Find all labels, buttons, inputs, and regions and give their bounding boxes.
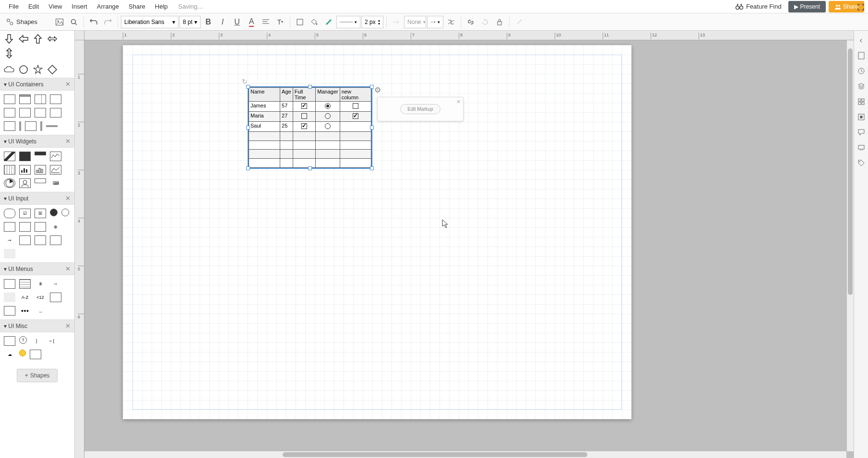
misc-shape[interactable]: } — [31, 336, 42, 346]
cell-newcol[interactable] — [340, 121, 371, 131]
bold-button[interactable]: B — [202, 15, 215, 29]
container-shape[interactable] — [19, 121, 21, 131]
misc-shape[interactable]: = { — [46, 336, 58, 346]
col-name[interactable]: Name — [249, 88, 280, 102]
menu-arrange[interactable]: Arrange — [92, 1, 124, 12]
section-ui-input[interactable]: ▾ UI Input ✕ — [0, 192, 74, 205]
present-button[interactable]: ▶ Present — [788, 1, 826, 12]
chevron-left-icon[interactable]: ‹ — [856, 35, 866, 45]
resize-handle[interactable] — [246, 126, 250, 129]
table-shape[interactable]: ↻ ⚙ Name Age Fu — [248, 86, 372, 169]
table-row[interactable] — [249, 150, 371, 159]
close-icon[interactable]: ✕ — [65, 322, 71, 329]
menu-shape[interactable]: ●●● — [19, 306, 31, 316]
section-ui-menus[interactable]: ▾ UI Menus ✕ — [0, 262, 74, 275]
cell-manager[interactable] — [316, 102, 340, 112]
close-icon[interactable]: ✕ — [65, 265, 71, 272]
input-shape[interactable] — [4, 222, 15, 232]
widget-shape[interactable]: ⌨ — [50, 178, 61, 188]
comment-icon[interactable] — [856, 128, 866, 137]
menu-shape[interactable]: ›› — [50, 279, 61, 289]
input-shape[interactable] — [35, 235, 46, 245]
circle-shape[interactable] — [18, 64, 29, 75]
container-shape[interactable] — [25, 121, 36, 131]
menu-edit[interactable]: Edit — [24, 1, 44, 12]
italic-button[interactable]: I — [216, 15, 229, 29]
resize-handle[interactable] — [308, 166, 312, 170]
shapes-panel-toggle[interactable]: Shapes — [3, 18, 41, 25]
table-row[interactable]: James 57 — [249, 102, 371, 112]
arrow-style-button[interactable] — [390, 15, 403, 29]
container-shape[interactable] — [19, 108, 31, 117]
presentation-icon[interactable] — [856, 143, 866, 153]
menu-shape[interactable] — [4, 306, 15, 316]
scrollbar-thumb[interactable] — [848, 48, 853, 295]
misc-shape[interactable] — [19, 350, 26, 356]
menu-shape[interactable] — [50, 293, 61, 302]
input-shape[interactable] — [50, 235, 61, 245]
resize-handle[interactable] — [370, 85, 374, 89]
widget-shape[interactable] — [35, 178, 46, 183]
cell-fulltime[interactable] — [293, 121, 316, 131]
resize-handle[interactable] — [370, 126, 374, 129]
resize-handle[interactable] — [370, 166, 374, 170]
menu-view[interactable]: View — [44, 1, 67, 12]
arrow-up-shape[interactable] — [33, 34, 43, 44]
cell-manager[interactable] — [316, 121, 340, 131]
line-color-button[interactable] — [322, 15, 335, 29]
master-icon[interactable] — [856, 112, 866, 122]
arrow-end-select[interactable]: ▾ — [427, 16, 443, 28]
cell-age[interactable]: 27 — [280, 111, 293, 121]
input-shape[interactable]: ☑ — [19, 209, 31, 218]
line-style-select[interactable]: ▾ — [336, 16, 360, 28]
section-ui-containers[interactable]: ▾ UI Containers ✕ — [0, 78, 74, 91]
menu-file[interactable]: File — [4, 1, 24, 12]
input-shape[interactable] — [50, 209, 58, 216]
revert-button[interactable] — [478, 15, 492, 29]
input-shape[interactable] — [4, 209, 15, 218]
font-select[interactable]: Liberation Sans▾ — [121, 16, 178, 28]
container-shape[interactable] — [35, 94, 46, 104]
container-shape[interactable] — [4, 121, 15, 131]
container-shape[interactable] — [35, 108, 46, 117]
diamond-shape[interactable] — [47, 64, 58, 75]
fullscreen-button[interactable] — [856, 3, 865, 12]
cell-name[interactable]: Maria — [249, 111, 280, 121]
font-size-select[interactable]: 8 pt▾ — [179, 16, 201, 28]
close-icon[interactable]: ✕ — [456, 99, 461, 105]
cell-age[interactable]: 57 — [280, 102, 293, 112]
widget-shape[interactable] — [19, 165, 31, 175]
cell-newcol[interactable] — [340, 111, 371, 121]
resize-handle[interactable] — [246, 85, 250, 89]
menu-shape[interactable]: ⎵ — [35, 306, 46, 316]
layers-icon[interactable] — [856, 82, 866, 91]
horizontal-scrollbar[interactable] — [84, 451, 846, 458]
scrollbar-thumb[interactable] — [283, 452, 587, 457]
line-routing-button[interactable] — [444, 15, 458, 29]
input-shape[interactable] — [61, 209, 69, 216]
misc-shape[interactable]: ? — [19, 336, 27, 344]
table-row[interactable] — [249, 131, 371, 141]
misc-shape[interactable]: ☁ — [4, 350, 15, 359]
fill-bucket-button[interactable] — [308, 15, 321, 29]
container-shape[interactable] — [50, 108, 61, 117]
close-icon[interactable]: ✕ — [65, 81, 71, 88]
input-shape[interactable]: ⊕ — [50, 222, 61, 232]
arrow-start-select[interactable]: None▾ — [404, 16, 426, 28]
input-shape[interactable]: ☒ — [35, 209, 46, 218]
page-icon[interactable] — [856, 51, 866, 60]
arrow-down-shape[interactable] — [4, 34, 14, 44]
image-button[interactable] — [53, 15, 66, 29]
search-button[interactable] — [67, 15, 81, 29]
col-fulltime[interactable]: Full Time — [293, 88, 316, 102]
cell-manager[interactable] — [316, 111, 340, 121]
arrow-updown-shape[interactable] — [4, 48, 14, 59]
menu-help[interactable]: Help — [150, 1, 173, 12]
arrow-leftright-shape[interactable] — [47, 34, 58, 44]
widget-shape[interactable] — [19, 178, 31, 188]
container-shape[interactable] — [46, 125, 58, 127]
section-ui-widgets[interactable]: ▾ UI Widgets ✕ — [0, 135, 74, 148]
widget-shape[interactable] — [4, 152, 15, 161]
cell-name[interactable]: James — [249, 102, 280, 112]
menu-shape[interactable]: A-Z — [19, 293, 31, 302]
